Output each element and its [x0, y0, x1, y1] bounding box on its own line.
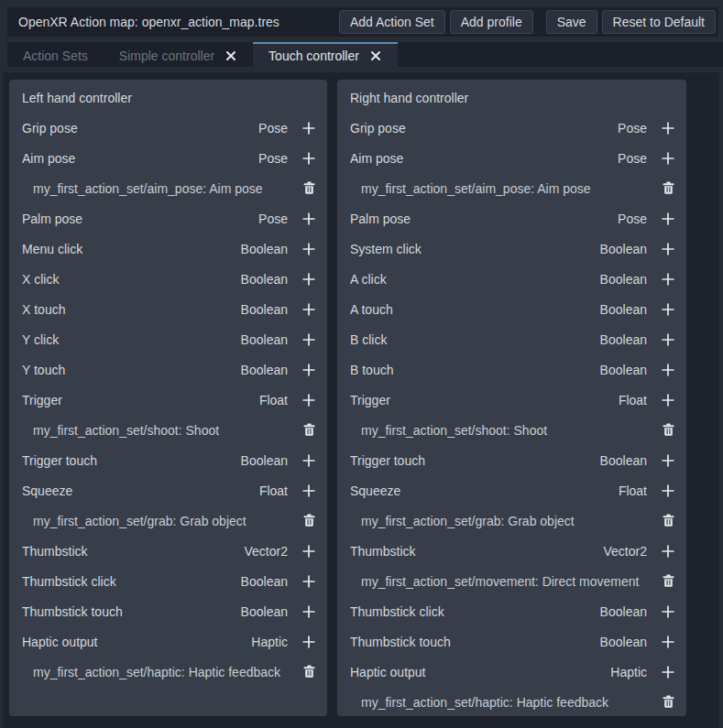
- action-type-label: Boolean: [600, 332, 647, 347]
- binding-list: Grip pose Pose Aim pose Pose my_first_ac…: [9, 113, 327, 687]
- plus-icon: [661, 151, 675, 166]
- delete-binding-button[interactable]: [299, 179, 319, 199]
- add-binding-button[interactable]: [658, 209, 678, 229]
- add-binding-button[interactable]: [299, 360, 319, 380]
- add-binding-button[interactable]: [299, 390, 319, 410]
- close-icon[interactable]: [369, 49, 382, 62]
- add-binding-button[interactable]: [658, 118, 678, 138]
- action-label: Thumbstick click: [22, 574, 241, 589]
- action-row: A touch Boolean: [337, 294, 686, 324]
- add-binding-button[interactable]: [299, 602, 319, 622]
- action-row: Haptic output Haptic: [9, 626, 327, 657]
- add-action-set-button[interactable]: Add Action Set: [339, 10, 445, 34]
- delete-binding-button[interactable]: [299, 420, 319, 440]
- add-binding-button[interactable]: [658, 541, 678, 561]
- action-label: Y click: [22, 332, 241, 347]
- action-row: Squeeze Float: [337, 475, 686, 505]
- add-binding-button[interactable]: [658, 299, 678, 320]
- panel-header: Left hand controller: [9, 82, 327, 113]
- action-row: Menu click Boolean: [9, 234, 327, 264]
- tab-bar: Action Sets Simple controller Touch cont…: [7, 42, 723, 67]
- plus-icon: [301, 604, 316, 619]
- add-binding-button[interactable]: [299, 148, 319, 168]
- tab-action-sets[interactable]: Action Sets: [7, 42, 104, 67]
- action-type-label: Pose: [618, 121, 647, 136]
- delete-binding-button[interactable]: [299, 511, 319, 531]
- action-type-label: Boolean: [241, 363, 288, 377]
- action-label: Palm pose: [22, 212, 258, 226]
- add-binding-button[interactable]: [658, 662, 678, 682]
- add-binding-button[interactable]: [658, 330, 678, 350]
- action-type-label: Boolean: [241, 272, 288, 287]
- action-type-label: Float: [619, 393, 647, 407]
- add-binding-button[interactable]: [299, 481, 319, 501]
- plus-icon: [301, 453, 316, 468]
- add-binding-button[interactable]: [299, 209, 319, 229]
- action-label: X click: [22, 272, 241, 287]
- save-button[interactable]: Save: [546, 10, 597, 34]
- close-icon[interactable]: [225, 49, 237, 62]
- tab-simple-controller[interactable]: Simple controller: [104, 42, 253, 67]
- action-row: Aim pose Pose: [9, 143, 327, 173]
- trash-icon: [302, 423, 316, 437]
- action-label: Thumbstick touch: [350, 635, 600, 649]
- binding-label: my_first_action_set/shoot: Shoot: [22, 423, 299, 438]
- plus-icon: [661, 363, 675, 377]
- delete-binding-button[interactable]: [658, 420, 678, 440]
- delete-binding-button[interactable]: [299, 662, 319, 682]
- binding-row: my_first_action_set/movement: Direct mov…: [337, 566, 686, 596]
- delete-binding-button[interactable]: [658, 179, 678, 199]
- action-row: Squeeze Float: [9, 475, 327, 505]
- action-row: Grip pose Pose: [337, 113, 686, 143]
- action-type-label: Haptic: [251, 635, 288, 649]
- add-binding-button[interactable]: [658, 632, 678, 652]
- action-row: A click Boolean: [337, 264, 686, 294]
- add-binding-button[interactable]: [299, 118, 319, 138]
- tab-touch-controller[interactable]: Touch controller: [253, 42, 398, 67]
- plus-icon: [661, 544, 675, 559]
- panel-header: Right hand controller: [337, 82, 686, 113]
- action-row: Haptic output Haptic: [337, 657, 686, 687]
- delete-binding-button[interactable]: [658, 511, 678, 531]
- plus-icon: [661, 302, 675, 317]
- add-binding-button[interactable]: [658, 239, 678, 259]
- add-binding-button[interactable]: [658, 481, 678, 501]
- action-label: Thumbstick click: [350, 604, 600, 619]
- plus-icon: [661, 393, 675, 407]
- binding-row: my_first_action_set/shoot: Shoot: [9, 415, 327, 445]
- action-row: Thumbstick click Boolean: [9, 566, 327, 596]
- add-binding-button[interactable]: [658, 602, 678, 622]
- add-binding-button[interactable]: [658, 451, 678, 471]
- add-binding-button[interactable]: [299, 269, 319, 289]
- add-binding-button[interactable]: [299, 541, 319, 561]
- add-binding-button[interactable]: [658, 390, 678, 410]
- reset-to-default-button[interactable]: Reset to Default: [602, 10, 716, 34]
- add-profile-button[interactable]: Add profile: [450, 10, 533, 34]
- action-label: A click: [350, 272, 600, 287]
- add-binding-button[interactable]: [658, 269, 678, 289]
- plus-icon: [661, 604, 675, 619]
- add-binding-button[interactable]: [658, 360, 678, 380]
- action-type-label: Boolean: [241, 302, 288, 317]
- delete-binding-button[interactable]: [658, 692, 678, 712]
- delete-binding-button[interactable]: [658, 571, 678, 592]
- binding-label: my_first_action_set/grab: Grab object: [350, 514, 658, 528]
- add-binding-button[interactable]: [658, 148, 678, 168]
- add-binding-button[interactable]: [299, 299, 319, 320]
- add-binding-button[interactable]: [299, 239, 319, 259]
- action-type-label: Vector2: [604, 544, 647, 559]
- plus-icon: [661, 212, 675, 226]
- add-binding-button[interactable]: [299, 632, 319, 652]
- binding-row: my_first_action_set/haptic: Haptic feedb…: [337, 687, 686, 716]
- add-binding-button[interactable]: [299, 571, 319, 592]
- binding-label: my_first_action_set/aim_pose: Aim pose: [350, 181, 658, 196]
- binding-row: my_first_action_set/grab: Grab object: [9, 505, 327, 536]
- action-label: Thumbstick touch: [22, 604, 241, 619]
- add-binding-button[interactable]: [299, 330, 319, 350]
- action-row: Trigger touch Boolean: [9, 445, 327, 475]
- action-label: Thumbstick: [350, 544, 604, 559]
- add-binding-button[interactable]: [299, 451, 319, 471]
- plus-icon: [301, 332, 316, 347]
- action-row: Trigger Float: [337, 385, 686, 415]
- action-type-label: Boolean: [600, 453, 647, 468]
